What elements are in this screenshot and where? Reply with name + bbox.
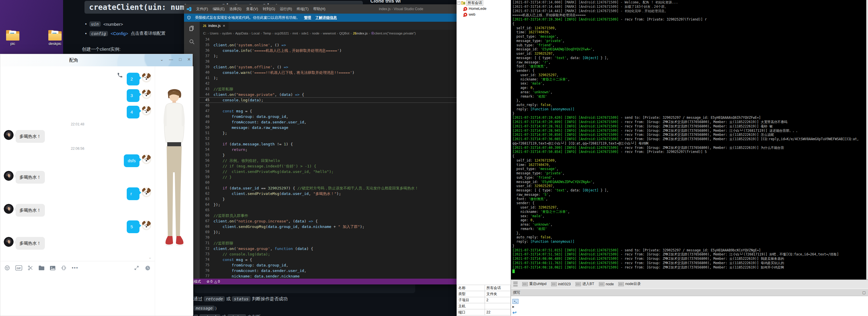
toolbar-more-icon[interactable]: ••• [72,265,79,270]
window-shake-icon[interactable] [61,265,66,271]
code-line: 40 console.warn('=====!!机器人已下线，将无法获取并处理消… [199,70,457,75]
search-icon[interactable] [184,35,199,48]
breadcrumb-item[interactable]: oyzbm [222,32,232,35]
emoji-icon[interactable] [4,265,10,271]
message-bubble[interactable]: 4 [127,106,140,118]
compose-send-back-icon[interactable]: ↩ [513,310,517,316]
menu-item[interactable]: 文件(F) [194,7,210,11]
file-folder-icon[interactable] [38,265,44,270]
self-avatar[interactable] [142,188,151,197]
message-bubble[interactable]: 2 [127,73,140,85]
breadcrumb-item[interactable]: Temp [263,32,271,35]
friend-avatar[interactable] [4,171,13,181]
self-avatar[interactable] [142,154,151,164]
breadcrumb: C:›Users›oyzbm›AppData›Local›Temp›scp353… [199,30,457,37]
tree-item-session[interactable]: web [457,11,511,18]
tab-close-icon[interactable]: ✕ [222,24,225,28]
vscode-window: 文件(F)编辑(E)选择(S)查看(V)转到(G)运行(R)终端(T)帮助(H)… [184,4,457,284]
qq-minimize-button[interactable]: — [168,56,174,63]
code-line: 36 console.info('=====机器人已上线，开始获取并处理消息==… [199,48,457,53]
code-line: 51 }; [199,130,457,136]
code-line: 44client.on("message.private", (data) =>… [199,92,457,97]
menu-item[interactable]: 编辑(E) [210,7,227,11]
message-history-icon[interactable] [145,265,151,271]
scroll-to-bottom-icon[interactable]: ⌄ [148,255,152,260]
code-line: 72client.on('message.group', function (d… [199,246,457,251]
expand-input-icon[interactable] [134,265,139,270]
breadcrumb-item[interactable]: wwwroot [323,32,336,35]
breadcrumb-item[interactable]: QQBot [339,32,349,35]
breadcrumb-symbol[interactable]: client.on("message.private") [374,32,416,35]
status-problems[interactable]: ⊘ 0 △ 0 [204,280,223,284]
message-bubble[interactable]: 多喝热水！ [16,204,45,217]
menu-item[interactable]: 终端(T) [294,7,311,11]
friend-avatar[interactable] [4,130,13,140]
compose-play-icon[interactable]: ▶ [513,305,515,308]
friend-avatar[interactable] [4,237,13,247]
message-bubble[interactable]: 多喝热水！ [16,171,45,184]
macro-button[interactable]: node [599,282,614,286]
breadcrumb-item[interactable]: Local [252,32,260,35]
menu-item[interactable]: 转到(G) [260,7,277,11]
breadcrumb-item[interactable]: AppData [235,32,248,35]
message-bubble[interactable]: 多喝热水！ [16,237,45,250]
friend-avatar[interactable] [4,204,13,214]
qq-message-list[interactable]: 23422:01:48多喝热水！22:06:56dsfs多喝热水！r多喝热水！5… [0,73,155,250]
code-line: 41); [199,75,457,81]
self-avatar[interactable] [142,221,151,230]
tree-item-session[interactable]: HomeLede [457,6,511,11]
chat-timestamp: 22:01:48 [4,122,151,126]
message-bubble[interactable]: 多喝热水！ [16,130,45,143]
banner-learn-link[interactable]: 了解详细信息 [315,16,337,20]
menu-item[interactable]: 运行(R) [277,7,294,11]
desktop-icon-pic[interactable]: pic [1,30,24,46]
macro-button[interactable]: node目录 [618,282,641,286]
breadcrumb-item[interactable]: mnt [292,32,298,35]
gif-icon[interactable]: GIF [16,265,22,270]
message-bubble[interactable]: 3 [127,89,140,102]
self-avatar[interactable] [142,106,151,116]
terminal-line: self_id: 1247671509, [513,159,865,163]
qq-pin-icon[interactable]: ⌄ [159,56,165,63]
image-icon[interactable] [50,266,56,270]
compose-terminal-button[interactable]: >_ [513,299,519,304]
breadcrumb-file[interactable]: index.js [356,32,368,35]
tree-item-all-sessions[interactable]: −所有会话 [457,0,511,6]
qq-close-button[interactable]: ✕ [186,56,192,63]
terminal[interactable]: [2021-07-31T14:07:14.000] [MARK] [Androi… [511,0,866,280]
config-link[interactable]: <Config> [111,31,128,36]
self-avatar[interactable] [142,89,151,99]
keyboard-icon [576,282,581,286]
macro-button[interactable]: 重启uhttpd [522,282,547,286]
breadcrumb-item[interactable]: sde1 [302,32,309,35]
code-editor[interactable]: 3435client.on('system.online', () =>36 c… [199,37,457,279]
session-tree[interactable]: −所有会话HomeLedeweb [457,0,511,18]
screenshot-scissors-icon[interactable] [28,265,33,271]
explorer-icon[interactable] [184,22,199,35]
self-avatar[interactable] [142,73,151,83]
macro-button[interactable]: init0323 [551,282,571,286]
compose-expand-icon[interactable]: ▢ [862,289,866,296]
tab-indexjs[interactable]: JS index.js ✕ [199,22,228,30]
breadcrumb-item[interactable]: C: [203,32,207,35]
macro-menu-icon[interactable] [513,282,518,286]
qq-maximize-button[interactable]: □ [177,56,183,63]
banner-manage-link[interactable]: 管理 [304,16,311,20]
menu-item[interactable]: 选择(S) [227,7,244,11]
message-bubble[interactable]: 5 [127,221,140,233]
menu-item[interactable]: 查看(V) [244,7,260,11]
message-bubble[interactable]: r [127,188,140,200]
breadcrumb-item[interactable]: Users [210,32,218,35]
menu-item[interactable]: 帮助(H) [311,7,328,11]
compose-area[interactable]: >_ ▶ ↩ [511,296,868,316]
vscode-tab-bar: JS index.js ✕ [199,22,457,30]
qq-message-input[interactable] [0,274,155,316]
terminal-line: time: 1627740439, [513,30,865,34]
code-line: 46 [199,103,457,108]
macro-button[interactable]: 进入BT [576,282,594,286]
breadcrumb-item[interactable]: node [312,32,319,35]
message-bubble[interactable]: dsfs [124,154,140,167]
compose-bar: 撰写 ▢ [511,289,868,296]
breadcrumb-item[interactable]: scp35321 [275,32,289,35]
terminal-scrollbar[interactable] [866,0,868,280]
